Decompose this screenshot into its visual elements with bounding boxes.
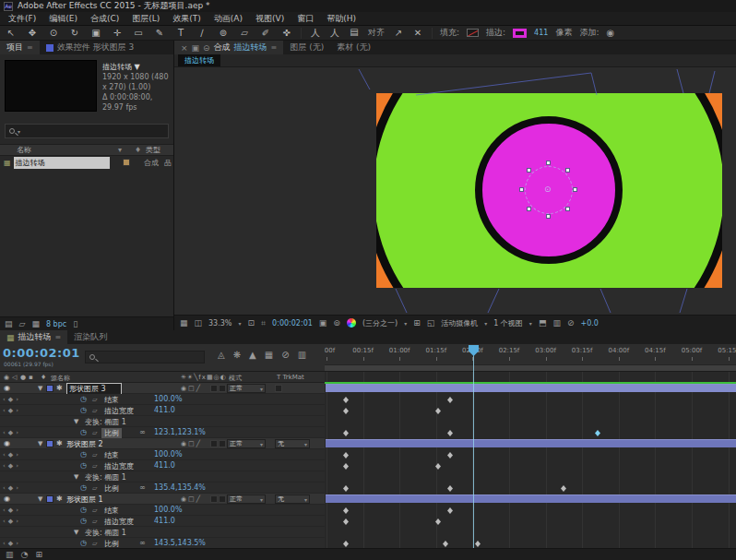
property-name[interactable]: 比例 [101,428,122,438]
project-item-row[interactable]: ▦ 描边转场 合成 品 [0,156,173,169]
comp-flowchart-icon[interactable]: ▥ [552,318,561,328]
include-in-graph-icon[interactable]: ▱ [92,407,97,414]
group-expander-icon[interactable]: ▼ [74,529,78,536]
chevron-down-icon[interactable]: ▾ [238,320,241,327]
camera-tool[interactable]: ▣ [89,28,102,38]
menu-window[interactable]: 窗口 [297,13,314,25]
comp-thumbnail[interactable] [5,60,97,112]
keyframe-icon[interactable] [343,507,349,514]
region-of-interest-icon[interactable]: ⊡ [247,318,255,328]
shape-tool[interactable]: ▭ [132,28,145,38]
frame-blending-icon[interactable]: ▦ [265,350,273,360]
menu-file[interactable]: 文件(F) [8,13,36,25]
stopwatch-icon[interactable]: ◷ [80,506,87,514]
property-row[interactable]: ‹◆›◷▱结束100.0% [0,449,736,460]
include-in-graph-icon[interactable]: ▱ [92,506,97,514]
tab-composition[interactable]: × ▣ ⊝ 合成 描边转场 ≡ [174,41,283,54]
tab-timeline-comp[interactable]: ▦ 描边转场 ≡ [0,330,67,344]
property-group-row[interactable]: ▼变换: 椭圆 1 [0,471,736,483]
switch-box[interactable] [210,495,218,503]
keyframe-navigator[interactable]: ‹◆› [3,540,21,547]
keyframe-navigator[interactable]: ‹◆› [3,407,21,414]
keyframe-icon[interactable] [447,485,453,492]
panel-menu-icon[interactable]: ≡ [271,43,278,52]
comp-mini-flowchart-icon[interactable]: ◬ [218,350,225,360]
property-name[interactable]: 结束 [104,450,119,460]
layer-switches[interactable]: ◉□╱ [181,385,202,392]
stopwatch-icon[interactable]: ◷ [80,428,87,436]
selected-keyframe-icon[interactable] [595,430,600,436]
new-folder-icon[interactable]: ▱ [19,319,26,328]
property-value[interactable]: 143.5,143.5% [154,539,206,547]
layer-switches[interactable]: ◉□╱ [181,440,202,447]
column-type[interactable]: 类型 [146,145,160,155]
stopwatch-icon[interactable]: ◷ [80,539,87,547]
chevron-down-icon[interactable]: ▾ [484,320,487,327]
source-name-column[interactable]: 源名称 [51,374,70,383]
property-name[interactable]: 描边宽度 [104,406,134,416]
selection-tool[interactable]: ↖ [5,28,18,38]
workspace-panel-icon[interactable]: ▤ [348,27,361,40]
hand-tool[interactable]: ✥ [26,28,39,38]
property-row[interactable]: ‹◆›◷▱描边宽度411.0 [0,516,736,527]
layer-row[interactable]: ◉▼✱形状图层 1◉□╱正常▾无▾ [0,494,736,505]
property-value[interactable]: 411.0 [154,517,175,525]
draft-3d-icon[interactable]: ❋ [233,350,241,360]
blend-mode-dropdown[interactable]: 正常▾ [227,439,266,448]
roto-brush-tool[interactable]: ✐ [259,28,272,38]
clone-stamp-tool[interactable]: ⊚ [217,28,230,38]
group-expander-icon[interactable]: ▼ [74,418,78,425]
show-snapshot-icon[interactable]: ⊚ [333,318,340,328]
property-group-row[interactable]: ▼变换: 椭圆 1 [0,416,736,427]
blend-mode-dropdown[interactable]: 正常▾ [227,494,266,504]
include-in-graph-icon[interactable]: ▱ [92,518,97,525]
keyframe-icon[interactable] [435,463,441,470]
tab-render-queue[interactable]: 渲染队列 [67,330,113,344]
switch-box[interactable] [219,385,226,392]
add-shape-attribute-button[interactable]: ◉ [606,28,614,38]
switches-column-icons[interactable]: ✳☀╲fx▦◎◐ [181,374,227,381]
menu-composition[interactable]: 合成(C) [90,13,119,25]
property-row[interactable]: ‹◆›◷▱描边宽度411.0 [0,405,736,416]
layer-visibility-eye-icon[interactable]: ◉ [4,384,10,392]
layer-label-color[interactable] [46,440,53,447]
include-in-graph-icon[interactable]: ▱ [92,451,97,459]
property-name[interactable]: 结束 [104,506,119,516]
keyframe-icon[interactable] [343,452,349,459]
keyframe-icon[interactable] [343,408,349,414]
keyframe-navigator[interactable]: ‹◆› [3,462,21,470]
keyframe-icon[interactable] [443,541,448,547]
include-in-graph-icon[interactable]: ▱ [92,396,97,403]
switch-box[interactable] [210,440,218,447]
motion-blur-icon[interactable]: ⊘ [281,350,289,360]
keyframe-icon[interactable] [343,485,349,492]
layer-label-color[interactable] [46,385,53,392]
chevron-down-icon[interactable]: ▾ [404,320,407,327]
time-ruler[interactable]: 0:00f00:15f01:00f01:15f02:00f02:15f03:00… [325,344,736,371]
keyframe-icon[interactable] [447,397,453,403]
property-value[interactable]: 100.0% [154,506,183,514]
layer-switches[interactable]: ◉□╱ [181,495,202,503]
view-layout[interactable]: 1 个视图 [493,318,523,328]
reset-exposure-icon[interactable]: ⊘ [567,318,575,328]
keyframe-icon[interactable] [343,397,349,403]
tab-layer[interactable]: 图层 (无) [283,41,330,54]
property-group-row[interactable]: ▼变换: 椭圆 1 [0,527,736,538]
current-time-display[interactable]: 0:00:02:01 [3,346,80,360]
keyframe-icon[interactable] [343,430,349,436]
layer-duration-bar[interactable] [326,439,736,447]
column-name[interactable]: 名称 [17,145,31,155]
stopwatch-icon[interactable]: ◷ [80,395,87,403]
keyframe-icon[interactable] [447,452,453,459]
stroke-width-value[interactable]: 411 [534,29,548,37]
property-name[interactable]: 描边宽度 [104,461,134,471]
layer-label-color[interactable] [46,495,53,503]
blend-mode-dropdown[interactable]: 正常▾ [227,384,266,393]
layer-expander-icon[interactable]: ▼ [38,440,42,447]
property-name[interactable]: 结束 [104,395,119,405]
eraser-tool[interactable]: ▱ [238,28,251,38]
layer-visibility-eye-icon[interactable]: ◉ [4,494,10,503]
timeline-button-icon[interactable]: ⬒ [539,318,547,328]
playhead-line[interactable] [473,345,474,548]
brush-tool[interactable]: ∕ [196,28,208,38]
